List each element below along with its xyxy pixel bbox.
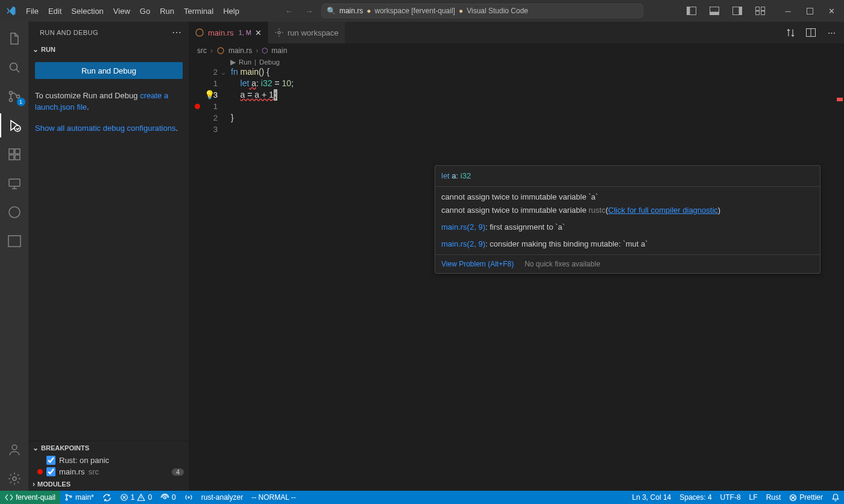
code-editor[interactable]: 2⌄fn main() { 1 let a: i32 = 10; 💡3 a = …: [189, 66, 844, 135]
compiler-diagnostic-link[interactable]: Click for full compiler diagnostic: [608, 206, 718, 215]
customize-layout-icon[interactable]: [750, 2, 770, 19]
nav-back-icon[interactable]: ←: [282, 5, 297, 17]
section-modules[interactable]: › MODULES: [29, 477, 189, 491]
no-quick-fix-label: No quick fixes available: [524, 257, 600, 271]
breakpoint-checkbox[interactable]: [46, 456, 55, 465]
svg-point-21: [9, 207, 20, 218]
toggle-primary-sidebar-icon[interactable]: [681, 2, 702, 19]
maximize-icon[interactable]: [799, 2, 820, 19]
more-actions-icon[interactable]: ⋯: [172, 27, 181, 38]
split-editor-icon[interactable]: [803, 25, 819, 40]
close-icon[interactable]: ✕: [821, 2, 842, 19]
nav-forward-icon[interactable]: →: [301, 5, 316, 17]
indentation[interactable]: Spaces: 4: [675, 491, 716, 504]
titlebar-center: ← → 🔍 main.rs ● workspace [fervent-quail…: [244, 4, 681, 18]
tab-run-workspace[interactable]: run workspace: [268, 22, 345, 43]
search-workspace: workspace [fervent-quail]: [375, 7, 455, 15]
menu-help[interactable]: Help: [219, 4, 244, 18]
menu-view[interactable]: View: [109, 4, 134, 18]
menu-bar: File Edit Selection View Go Run Terminal…: [22, 4, 244, 18]
svg-rect-3: [710, 12, 719, 15]
rust-analyzer-status[interactable]: rust-analyzer: [197, 491, 247, 504]
bulb-icon: ●: [459, 7, 463, 15]
codelens-debug[interactable]: Debug: [259, 58, 280, 66]
svg-rect-8: [756, 11, 760, 15]
github-icon[interactable]: [0, 200, 29, 224]
toggle-panel-icon[interactable]: [704, 2, 725, 19]
language-mode[interactable]: Rust: [762, 491, 786, 504]
search-app: Visual Studio Code: [467, 7, 528, 15]
svg-point-24: [13, 477, 16, 480]
rust-file-icon: [216, 46, 225, 55]
extensions-icon[interactable]: [0, 142, 29, 166]
sidebar-run-and-debug: RUN AND DEBUG ⋯ ⌄ RUN Run and Debug To c…: [29, 22, 189, 491]
codelens-run[interactable]: Run: [239, 58, 251, 66]
remote-indicator[interactable]: fervent-quail: [0, 491, 60, 504]
svg-point-35: [188, 497, 189, 498]
svg-rect-10: [807, 8, 813, 14]
sidebar-help2: Show all automatic debug configurations.: [29, 122, 189, 134]
notifications-icon[interactable]: [827, 491, 844, 504]
breakpoint-dot-icon[interactable]: [195, 104, 200, 109]
titlebar-right: ─ ✕: [681, 2, 844, 19]
menu-file[interactable]: File: [22, 4, 43, 18]
tab-main-rs[interactable]: main.rs 1, M ✕: [189, 22, 268, 43]
radio-icon[interactable]: [180, 491, 197, 504]
svg-point-30: [66, 494, 68, 496]
minimize-icon[interactable]: ─: [778, 2, 798, 19]
chevron-down-icon: ⌄: [33, 444, 39, 452]
git-branch[interactable]: main*: [60, 491, 98, 504]
eol[interactable]: LF: [745, 491, 762, 504]
settings-icon[interactable]: [0, 467, 29, 491]
activity-bar: 1: [0, 22, 29, 491]
svg-rect-17: [9, 155, 14, 160]
svg-rect-22: [8, 236, 20, 247]
menu-go[interactable]: Go: [136, 4, 154, 18]
explorer-icon[interactable]: [0, 27, 29, 51]
prettier-status[interactable]: Prettier: [785, 491, 827, 504]
problems-indicator[interactable]: 1 0: [116, 491, 156, 504]
sync-icon[interactable]: [98, 491, 116, 504]
search-icon[interactable]: [0, 55, 29, 80]
svg-rect-7: [761, 7, 765, 11]
run-debug-icon[interactable]: [0, 113, 29, 137]
run-and-debug-button[interactable]: Run and Debug: [35, 62, 183, 79]
section-breakpoints[interactable]: ⌄ BREAKPOINTS: [29, 441, 189, 455]
tab-close-icon[interactable]: ✕: [255, 28, 262, 37]
menu-run[interactable]: Run: [156, 4, 178, 18]
compare-changes-icon[interactable]: [783, 25, 798, 40]
breadcrumbs[interactable]: src › main.rs › ⬡ main: [189, 43, 844, 58]
svg-point-13: [9, 99, 12, 102]
menu-selection[interactable]: Selection: [67, 4, 107, 18]
symbol-icon: ⬡: [262, 46, 268, 55]
editor-tabs: main.rs 1, M ✕ run workspace ⋯: [189, 22, 844, 43]
cursor-position[interactable]: Ln 3, Col 14: [628, 491, 676, 504]
ports-indicator[interactable]: 0: [156, 491, 180, 504]
breakpoint-item[interactable]: Rust: on panic: [29, 455, 189, 466]
svg-point-23: [12, 445, 17, 450]
scm-badge: 1: [17, 98, 25, 106]
breakpoint-dot-icon: [37, 469, 43, 474]
svg-point-26: [278, 31, 280, 34]
panel-icon[interactable]: [0, 229, 29, 253]
command-center[interactable]: 🔍 main.rs ● workspace [fervent-quail] ● …: [321, 4, 643, 18]
bulb-icon: ●: [367, 7, 371, 15]
show-auto-configs-link[interactable]: Show all automatic debug configurations: [35, 124, 175, 133]
lightbulb-icon[interactable]: 💡: [204, 89, 215, 101]
source-control-icon[interactable]: 1: [0, 84, 29, 109]
breakpoint-checkbox[interactable]: [46, 467, 55, 476]
section-run[interactable]: ⌄ RUN: [29, 43, 189, 56]
status-bar: fervent-quail main* 1 0 0 rust-analyzer …: [0, 491, 844, 504]
menu-terminal[interactable]: Terminal: [180, 4, 218, 18]
editor-area: main.rs 1, M ✕ run workspace ⋯ src › mai…: [189, 22, 844, 491]
encoding[interactable]: UTF-8: [716, 491, 745, 504]
toggle-secondary-sidebar-icon[interactable]: [727, 2, 748, 19]
gear-icon: [274, 28, 284, 37]
accounts-icon[interactable]: [0, 438, 29, 462]
view-problem-link[interactable]: View Problem (Alt+F8): [441, 257, 514, 271]
editor-scrollbar[interactable]: [836, 66, 844, 135]
breakpoint-item[interactable]: main.rs src 4: [29, 466, 189, 477]
remote-explorer-icon[interactable]: [0, 171, 29, 195]
menu-edit[interactable]: Edit: [44, 4, 66, 18]
more-actions-icon[interactable]: ⋯: [824, 25, 839, 40]
